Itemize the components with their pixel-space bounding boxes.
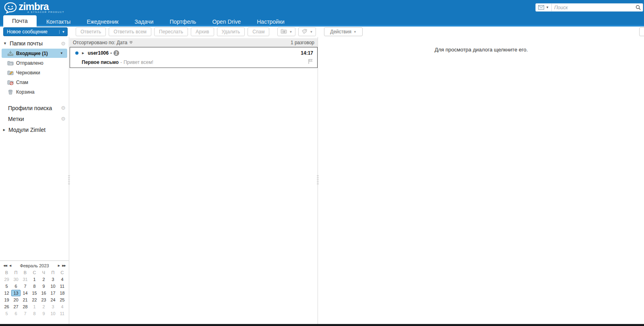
tab-bar: ПочтаКонтактыЕжедневникЗадачиПортфельOpe… <box>3 15 293 27</box>
tab-opendrive[interactable]: Open Drive <box>204 17 249 27</box>
search-input[interactable] <box>552 4 633 11</box>
calendar-day[interactable]: 1 <box>30 303 39 310</box>
sidebar-folder-drafts[interactable]: Черновики <box>2 68 67 77</box>
subject-separator: - <box>120 59 122 65</box>
chevron-down-icon: ▼ <box>289 30 292 34</box>
sidebar-folder-inbox[interactable]: Входящие (1)▼ <box>2 49 67 58</box>
calendar-dow-label: Ч <box>39 270 48 276</box>
sidebar-folder-sent[interactable]: Отправлено <box>2 58 67 68</box>
expand-triangle-icon[interactable]: ► <box>2 128 6 132</box>
new-message-label: Новое сообщение <box>4 29 59 35</box>
prev-year-icon[interactable]: ◀◀ <box>2 263 8 268</box>
reply-all-button[interactable]: Ответить всем <box>109 27 151 36</box>
calendar-day[interactable]: 27 <box>11 303 21 310</box>
calendar-day[interactable]: 6 <box>11 310 21 317</box>
calendar-day[interactable]: 6 <box>11 283 21 289</box>
calendar-day[interactable]: 18 <box>58 290 67 296</box>
calendar-day[interactable]: 3 <box>48 276 58 283</box>
calendar-day[interactable]: 3 <box>48 303 58 310</box>
calendar-day[interactable]: 24 <box>48 297 58 303</box>
search-scope-selector[interactable]: ▼ <box>536 4 552 11</box>
calendar-day[interactable]: 11 <box>58 310 67 317</box>
calendar-day[interactable]: 5 <box>2 283 11 289</box>
tab-mail[interactable]: Почта <box>3 15 37 27</box>
tab-contacts[interactable]: Контакты <box>38 17 78 27</box>
sidebar-section-tags[interactable]: Метки⚙ <box>0 114 69 124</box>
calendar-day[interactable]: 9 <box>39 283 48 289</box>
sidebar-folder-junk[interactable]: Спам <box>2 78 67 87</box>
sort-by-control[interactable]: Отсортировано по: Дата <box>73 40 133 45</box>
calendar-day[interactable]: 17 <box>48 290 58 296</box>
calendar-day[interactable]: 25 <box>58 297 67 303</box>
calendar-day[interactable]: 8 <box>30 310 39 317</box>
conversation-sender: user1006 <box>88 50 109 56</box>
folders-gear-icon[interactable]: ⚙ <box>61 41 66 47</box>
move-button[interactable]: ▼ <box>277 27 295 36</box>
calendar-day[interactable]: 20 <box>11 297 21 303</box>
calendar-day[interactable]: 22 <box>30 297 39 303</box>
calendar-day[interactable]: 4 <box>58 303 67 310</box>
calendar-day[interactable]: 19 <box>2 297 11 303</box>
calendar-day[interactable]: 2 <box>39 276 48 283</box>
reply-button[interactable]: Ответить <box>76 27 106 36</box>
calendar-day[interactable]: 4 <box>58 276 67 283</box>
next-year-icon[interactable]: ▶▶ <box>61 263 67 268</box>
zimbra-logo: zimbra A SYNACOR PRODUCT <box>4 1 64 16</box>
chevron-down-icon[interactable]: ▼ <box>59 30 67 34</box>
calendar-day[interactable]: 5 <box>2 310 11 317</box>
calendar-day[interactable]: 21 <box>21 297 30 303</box>
expand-conversation-icon[interactable]: ► <box>81 51 85 55</box>
listpane-splitter[interactable] <box>317 176 319 185</box>
calendar-day[interactable]: 7 <box>21 283 30 289</box>
calendar-day[interactable]: 30 <box>11 276 21 283</box>
sidebar-item-zimlets[interactable]: ► Модули Zimlet <box>0 125 69 135</box>
calendar-day[interactable]: 26 <box>2 303 11 310</box>
tag-button[interactable]: ▼ <box>298 27 316 36</box>
section-label: Метки <box>8 116 24 122</box>
search-profiles-gear-icon[interactable]: ⚙ <box>61 105 66 111</box>
calendar-day[interactable]: 10 <box>48 283 58 289</box>
calendar-day[interactable]: 11 <box>58 283 67 289</box>
brand-tagline: A SYNACOR PRODUCT <box>27 11 64 13</box>
calendar-day[interactable]: 23 <box>39 297 48 303</box>
next-month-icon[interactable]: ▶ <box>57 263 61 268</box>
tags-gear-icon[interactable]: ⚙ <box>61 116 66 122</box>
flag-icon[interactable] <box>308 59 313 66</box>
tab-calendar[interactable]: Ежедневник <box>78 17 126 27</box>
calendar-day[interactable]: 16 <box>39 290 48 296</box>
view-button-partial[interactable] <box>639 27 644 36</box>
forward-button[interactable]: Переслать <box>154 27 188 36</box>
calendar-day[interactable]: 8 <box>30 283 39 289</box>
mail-folders-header[interactable]: ▼ Папки почты ⚙ <box>0 39 69 48</box>
calendar-day[interactable]: 1 <box>30 276 39 283</box>
sidebar-folder-trash[interactable]: Корзина <box>2 87 67 96</box>
calendar-day[interactable]: 12 <box>2 290 11 296</box>
conversation-time: 14:17 <box>301 50 313 56</box>
search-icon[interactable] <box>633 5 643 10</box>
tab-tasks[interactable]: Задачи <box>126 17 161 27</box>
new-message-button[interactable]: Новое сообщение ▼ <box>3 27 68 36</box>
conversation-list-item[interactable]: ► user1006 - 2 14:17 Первое письмо - При… <box>70 47 318 68</box>
calendar-day[interactable]: 2 <box>39 303 48 310</box>
calendar-day[interactable]: 28 <box>21 303 30 310</box>
calendar-day[interactable]: 14 <box>21 290 30 296</box>
archive-button[interactable]: Архив <box>191 27 214 36</box>
tab-settings[interactable]: Настройки <box>249 17 293 27</box>
tab-briefcase[interactable]: Портфель <box>161 17 204 27</box>
sidebar-splitter[interactable] <box>68 176 70 185</box>
calendar-day[interactable]: 15 <box>30 290 39 296</box>
calendar-day[interactable]: 9 <box>39 310 48 317</box>
collapse-triangle-icon[interactable]: ▼ <box>3 41 7 45</box>
chevron-down-icon[interactable]: ▼ <box>60 51 63 55</box>
calendar-day-selected[interactable]: 13 <box>11 290 21 296</box>
actions-button[interactable]: Действия ▼ <box>324 27 363 36</box>
calendar-day[interactable]: 7 <box>21 310 30 317</box>
delete-button[interactable]: Удалить <box>217 27 245 36</box>
prev-month-icon[interactable]: ◀ <box>8 263 12 268</box>
calendar-day[interactable]: 31 <box>21 276 30 283</box>
calendar-day[interactable]: 29 <box>2 276 11 283</box>
drafts-folder-icon <box>7 70 14 76</box>
calendar-day[interactable]: 10 <box>48 310 58 317</box>
spam-button[interactable]: Спам <box>248 27 269 36</box>
sidebar-section-search-profiles[interactable]: Профили поиска⚙ <box>0 103 69 113</box>
